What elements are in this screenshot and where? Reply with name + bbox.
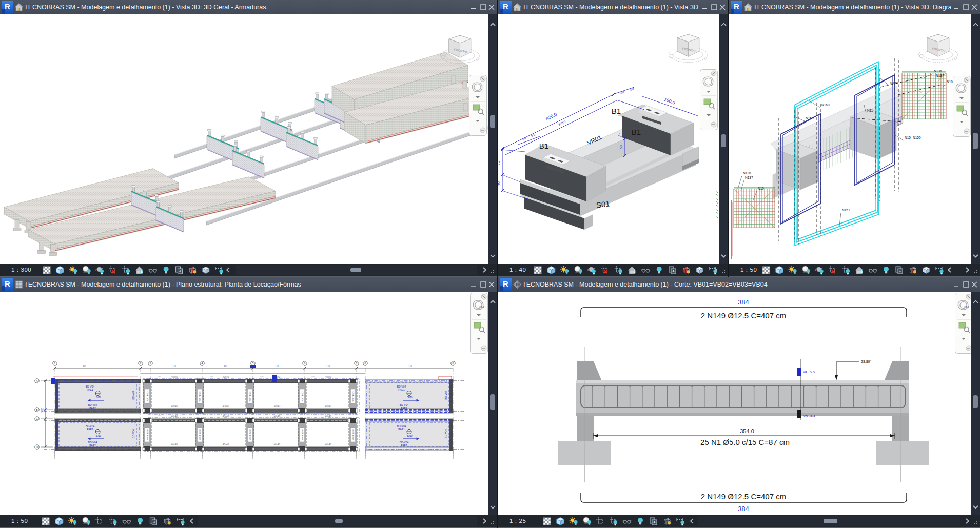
svg-text:S/D: S/D (95, 434, 101, 437)
svg-text:8: 8 (453, 362, 454, 365)
svg-text:V08 T.BUGI: V08 T.BUGI (146, 429, 149, 440)
svg-text:384: 384 (738, 505, 749, 513)
svg-text:S01: S01 (596, 199, 611, 210)
svg-text:40x40: 40x40 (223, 443, 229, 446)
svg-text:B1: B1 (539, 141, 548, 150)
svg-text:1: 1 (54, 362, 56, 365)
svg-text:28.89°: 28.89° (861, 360, 872, 363)
svg-text:150: 150 (158, 375, 161, 378)
svg-text:354.0: 354.0 (740, 428, 754, 434)
svg-text:BD-V04: BD-V04 (132, 391, 135, 400)
svg-text:V08 T.BUGI: V08 T.BUGI (352, 391, 355, 401)
svg-text:2D: 2D (963, 304, 969, 309)
svg-text:V08 T.BUGI: V08 T.BUGI (352, 429, 355, 440)
svg-text:D1: D1 (173, 364, 177, 368)
svg-text:40x40: 40x40 (171, 415, 178, 418)
svg-text:40x40: 40x40 (171, 405, 178, 408)
svg-text:40x40: 40x40 (223, 405, 229, 408)
svg-text:50: 50 (619, 145, 623, 149)
svg-text:40x40: 40x40 (223, 415, 229, 418)
svg-text:VB - A-A: VB - A-A (803, 415, 815, 418)
svg-text:D1: D1 (224, 364, 228, 368)
svg-text:x: x (619, 132, 621, 135)
svg-text:6: 6 (304, 362, 306, 365)
svg-text:D1: D1 (327, 364, 330, 368)
svg-text:70: 70 (498, 161, 500, 165)
svg-text:N136: N136 (743, 171, 751, 175)
svg-text:9.0: 9.0 (531, 133, 536, 137)
svg-text:PAE1: PAE1 (398, 388, 405, 391)
svg-text:S/D: S/D (407, 396, 413, 399)
svg-text:D1: D1 (83, 364, 87, 368)
svg-text:9.0: 9.0 (521, 136, 527, 140)
svg-text:2D: 2D (478, 304, 484, 309)
svg-text:N15: N15 (905, 136, 911, 139)
svg-text:9.0: 9.0 (629, 87, 635, 91)
svg-text:150: 150 (311, 375, 315, 378)
svg-text:N11: N11 (867, 109, 873, 112)
svg-text:V08 T.BUGI: V08 T.BUGI (249, 429, 251, 440)
svg-text:N150: N150 (913, 136, 921, 139)
svg-text:40x40: 40x40 (325, 405, 332, 408)
svg-text:150: 150 (260, 375, 264, 378)
svg-text:N137: N137 (745, 176, 753, 179)
svg-text:D1: D1 (276, 364, 279, 368)
svg-text:N10: N10 (947, 80, 953, 84)
svg-text:PAE2: PAE2 (89, 444, 96, 447)
svg-text:PAE1: PAE1 (87, 388, 93, 391)
svg-text:40x40: 40x40 (223, 376, 229, 378)
svg-text:PAE2: PAE2 (89, 407, 96, 410)
svg-text:40x40: 40x40 (325, 376, 332, 378)
svg-text:150: 150 (210, 375, 213, 378)
svg-text:40: 40 (498, 181, 500, 186)
svg-text:384: 384 (738, 298, 749, 306)
svg-text:40x40: 40x40 (325, 415, 332, 418)
svg-text:PAE1: PAE1 (398, 428, 405, 431)
svg-text:V08 T.BUGI: V08 T.BUGI (301, 429, 304, 440)
svg-text:5: 5 (252, 362, 254, 365)
svg-text:25 N1 Ø5.0 c/15 C=87 cm: 25 N1 Ø5.0 c/15 C=87 cm (700, 438, 790, 446)
svg-text:PAE2: PAE2 (401, 407, 407, 410)
svg-text:N10: N10 (758, 187, 764, 190)
svg-text:375: 375 (41, 407, 44, 413)
svg-text:N160: N160 (821, 103, 830, 107)
svg-text:BD-V04: BD-V04 (444, 391, 447, 400)
svg-text:150: 150 (158, 414, 161, 417)
svg-text:N159: N159 (806, 116, 814, 120)
svg-text:8: 8 (365, 362, 366, 365)
svg-text:PAE1: PAE1 (87, 428, 93, 431)
svg-text:4: 4 (202, 362, 203, 365)
svg-text:C: C (36, 417, 38, 420)
svg-text:N158: N158 (890, 81, 898, 85)
svg-text:40x40: 40x40 (274, 415, 281, 418)
svg-text:PAE2: PAE2 (401, 444, 407, 447)
svg-text:N137: N137 (936, 74, 944, 77)
svg-text:B1: B1 (612, 107, 621, 115)
svg-text:3: 3 (150, 362, 151, 365)
svg-text:2 N149 Ø12.5 C=407 cm: 2 N149 Ø12.5 C=407 cm (701, 311, 786, 320)
svg-text:40x40: 40x40 (325, 443, 332, 446)
svg-text:D: D (36, 445, 38, 449)
svg-text:N136: N136 (934, 69, 942, 73)
svg-text:VB - A-A: VB - A-A (803, 370, 815, 373)
svg-text:40x40: 40x40 (274, 443, 281, 446)
svg-text:2 N149 Ø12.5 C=407 cm: 2 N149 Ø12.5 C=407 cm (701, 492, 786, 501)
svg-text:S/D: S/D (407, 434, 413, 437)
svg-text:420.0: 420.0 (545, 112, 558, 121)
svg-text:BD-V04: BD-V04 (132, 429, 135, 438)
svg-text:V08 T.BUGI: V08 T.BUGI (199, 429, 201, 440)
svg-text:V08 T.BUGI: V08 T.BUGI (301, 391, 304, 401)
svg-text:S/D: S/D (95, 396, 101, 399)
svg-text:2: 2 (140, 362, 142, 365)
svg-text:40x40: 40x40 (171, 376, 178, 378)
svg-text:V08 T.BUGI: V08 T.BUGI (249, 391, 251, 401)
svg-text:V08 T.BUGI: V08 T.BUGI (199, 391, 201, 401)
svg-text:40x40: 40x40 (274, 405, 281, 408)
svg-text:D1: D1 (409, 364, 413, 368)
svg-text:BD-V04: BD-V04 (444, 429, 447, 438)
svg-text:B1: B1 (632, 128, 641, 136)
svg-text:N151: N151 (842, 208, 850, 212)
svg-text:7: 7 (356, 362, 358, 365)
svg-text:40x40: 40x40 (171, 443, 178, 446)
svg-text:V08 T.BUGI: V08 T.BUGI (146, 391, 149, 401)
